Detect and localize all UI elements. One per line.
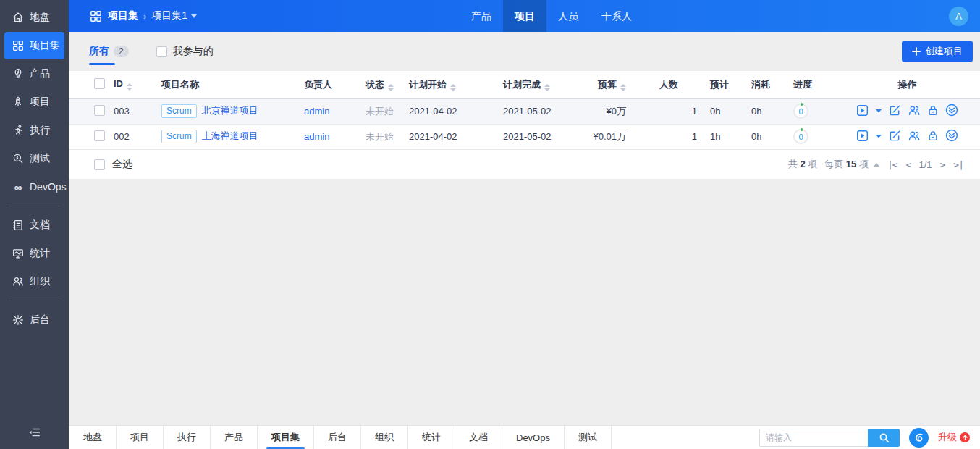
caret-down-icon[interactable]: [875, 106, 882, 117]
col-end[interactable]: 计划完成: [496, 71, 584, 98]
sidebar-collapse-toggle[interactable]: [0, 417, 69, 449]
sort-icon[interactable]: [620, 84, 626, 91]
taskbar-item-doc[interactable]: 文档: [455, 426, 502, 449]
project-name-link[interactable]: 上海禅道项目: [202, 130, 258, 141]
per-page-caret-icon[interactable]: [874, 163, 879, 167]
owner-link[interactable]: admin: [304, 106, 329, 117]
progress-ring: 0: [793, 129, 808, 144]
sort-icon[interactable]: [544, 84, 550, 91]
grid-icon: [12, 39, 25, 52]
tab-personnel[interactable]: 人员: [546, 0, 590, 32]
per-page[interactable]: 每页 15 项: [824, 158, 869, 171]
sidebar-item-product[interactable]: 产品: [4, 60, 64, 88]
sidebar-item-label: 文档: [30, 219, 50, 232]
avatar[interactable]: A: [949, 7, 968, 26]
last-page-button[interactable]: >|: [952, 159, 964, 170]
search-button[interactable]: [868, 429, 900, 447]
search-bar: [759, 429, 900, 447]
people-count: 1: [635, 98, 703, 124]
prev-page-button[interactable]: <: [905, 159, 912, 170]
col-id[interactable]: ID: [109, 71, 152, 98]
lock-icon[interactable]: [927, 104, 939, 119]
owner-link[interactable]: admin: [304, 131, 329, 142]
more-actions-icon[interactable]: [945, 104, 958, 119]
row-checkbox[interactable]: [94, 130, 105, 141]
pagination: 共 2 项 每页 15 项 |< < 1/1 > >|: [788, 158, 980, 171]
sidebar-item-org[interactable]: 组织: [4, 268, 64, 295]
sidebar-divider: [9, 206, 60, 206]
involved-checkbox[interactable]: [156, 46, 167, 57]
taskbar-item-stats[interactable]: 统计: [408, 426, 455, 449]
tab-project[interactable]: 项目: [503, 0, 546, 32]
involved-filter[interactable]: 我参与的: [156, 45, 214, 58]
col-begin[interactable]: 计划开始: [403, 71, 496, 98]
total-count: 共 2 项: [788, 158, 817, 171]
row-actions: [835, 129, 980, 144]
start-project-icon[interactable]: [856, 130, 869, 144]
taskbar-item-dashboard[interactable]: 地盘: [69, 426, 117, 449]
search-input[interactable]: [759, 429, 868, 447]
start-project-icon[interactable]: [856, 104, 869, 119]
lock-icon[interactable]: [927, 130, 939, 144]
sidebar-item-devops[interactable]: ∞ DevOps: [4, 173, 64, 201]
select-all-header-checkbox[interactable]: [94, 78, 105, 89]
caret-down-icon[interactable]: [875, 131, 882, 142]
edit-icon[interactable]: [889, 130, 901, 144]
sidebar-item-qa[interactable]: 测试: [4, 145, 64, 172]
header-tabs: 产品 项目 人员 干系人: [460, 0, 643, 32]
people-icon: [12, 275, 25, 288]
row-checkbox[interactable]: [94, 105, 105, 116]
sort-icon[interactable]: [388, 84, 394, 91]
sidebar-item-execution[interactable]: 执行: [4, 117, 64, 144]
project-table-panel: ID 项目名称 负责人 状态 计划开始 计划完成 预算 人数 预计 消耗 进度 …: [69, 71, 980, 150]
create-project-button[interactable]: 创建项目: [902, 41, 973, 62]
taskbar-item-product[interactable]: 产品: [211, 426, 258, 449]
project-name-link[interactable]: 北京禅道项目: [202, 105, 258, 116]
team-icon[interactable]: [908, 104, 921, 119]
taskbar-right: 升级: [759, 426, 980, 449]
sort-icon[interactable]: [127, 83, 132, 91]
sidebar-item-dashboard[interactable]: 地盘: [4, 4, 64, 31]
breadcrumb-root[interactable]: 项目集: [108, 9, 138, 22]
sidebar-menu: 地盘 项目集 产品 项目 执行 测试 ∞: [0, 0, 69, 335]
col-actions: 操作: [835, 71, 980, 98]
zentao-logo[interactable]: [909, 428, 929, 448]
zentao-swirl-icon: [913, 432, 925, 444]
sidebar-item-admin[interactable]: 后台: [4, 306, 64, 334]
sort-icon[interactable]: [450, 84, 456, 91]
sidebar-item-label: 统计: [30, 247, 50, 260]
tab-stakeholder[interactable]: 干系人: [590, 0, 643, 32]
edit-icon[interactable]: [889, 104, 901, 119]
breadcrumb-current[interactable]: 项目集1: [151, 9, 197, 22]
taskbar-item-devops[interactable]: DevOps: [502, 426, 565, 449]
taskbar-item-project[interactable]: 项目: [117, 426, 164, 449]
select-all-checkbox[interactable]: [94, 159, 105, 170]
budget-value: ¥0.01万: [584, 124, 635, 149]
taskbar-item-qa[interactable]: 测试: [565, 426, 612, 449]
plus-icon: [912, 47, 921, 56]
sidebar-item-doc[interactable]: 文档: [4, 211, 64, 239]
col-owner: 负责人: [297, 71, 360, 98]
taskbar-item-program[interactable]: 项目集: [258, 426, 314, 449]
monitor-icon: [12, 247, 25, 260]
taskbar-item-execution[interactable]: 执行: [164, 426, 211, 449]
sidebar-item-project[interactable]: 项目: [4, 88, 64, 116]
col-budget[interactable]: 预算: [584, 71, 635, 98]
sidebar-item-stats[interactable]: 统计: [4, 240, 64, 267]
upgrade-link[interactable]: 升级: [938, 431, 970, 444]
select-all[interactable]: 全选: [69, 158, 132, 171]
first-page-button[interactable]: |<: [887, 159, 898, 170]
team-icon[interactable]: [908, 130, 921, 144]
col-status[interactable]: 状态: [360, 71, 403, 98]
sidebar-item-label: 执行: [30, 124, 50, 137]
taskbar-item-org[interactable]: 组织: [361, 426, 408, 449]
tab-product[interactable]: 产品: [460, 0, 503, 32]
project-id: 002: [114, 131, 130, 142]
taskbar-item-admin[interactable]: 后台: [314, 426, 361, 449]
plan-begin: 2021-04-02: [403, 98, 496, 124]
sidebar-item-program[interactable]: 项目集: [4, 32, 64, 59]
tab-all[interactable]: 所有 2: [89, 32, 129, 71]
status-label: 未开始: [366, 131, 394, 142]
more-actions-icon[interactable]: [945, 129, 958, 144]
next-page-button[interactable]: >: [939, 159, 946, 170]
